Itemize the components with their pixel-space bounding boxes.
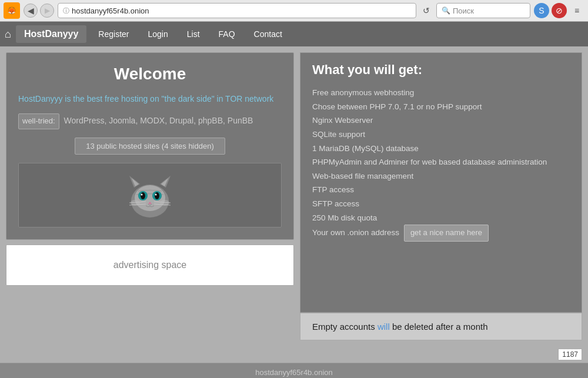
browser-toolbar: 🦊 ◀ ▶ ⓘ hostdanyyf65r4b.onion ↺ 🔍 Поиск … [0,0,588,21]
nav-login[interactable]: Login [139,24,178,45]
svg-point-19 [131,200,140,206]
advertising-space: advertising space [6,245,294,286]
feature-sftp: SFTP access [312,197,570,211]
will-highlight: will [377,322,390,332]
feature-list: Free anonymous webhosting Chose between … [312,86,570,242]
nav-contact[interactable]: Contact [245,24,292,45]
feature-phpmyadmin: PHPMyAdmin and Adminer for web based dat… [312,155,570,169]
ad-text: advertising space [113,260,187,270]
left-panel: Welcome HostDanyyy is the best free host… [6,52,294,340]
main-content: Welcome HostDanyyy is the best free host… [0,46,588,346]
svg-text:🦊: 🦊 [8,6,16,15]
block-icon[interactable]: ⊘ [552,3,567,18]
nav-buttons: ◀ ▶ [24,4,54,18]
empty-accounts-text: Empty accounts will be deleted after a m… [312,322,488,332]
site-navbar: ⌂ HostDanyyy Register Login List FAQ Con… [0,22,588,46]
cat-image-box [18,163,282,228]
forward-button[interactable]: ▶ [40,4,54,18]
feature-ftp: FTP access [312,183,570,197]
svg-point-10 [141,192,145,199]
well-tried-row: well-tried: WordPress, Joomla, MODX, Dru… [18,113,282,129]
hamburger-menu[interactable]: ≡ [569,3,584,18]
nav-links: Register Login List FAQ Contact [89,24,291,45]
welcome-box: Welcome HostDanyyy is the best free host… [6,52,294,240]
search-bar[interactable]: 🔍 Поиск [436,3,530,18]
hosted-sites-button[interactable]: 13 public hosted sites (4 sites hidden) [75,138,225,155]
nav-list[interactable]: List [178,24,209,45]
counter-row: 1187 [0,346,588,363]
search-placeholder: Поиск [453,6,474,15]
visit-counter: 1187 [558,349,582,360]
feature-filemanagement: Web-based file management [312,169,570,183]
nav-faq[interactable]: FAQ [209,24,245,45]
svg-point-12 [141,193,143,195]
toolbar-icons: S ⊘ ≡ [534,3,584,18]
nav-register[interactable]: Register [89,24,138,45]
svg-point-11 [155,192,159,199]
welcome-title: Welcome [18,65,282,83]
home-icon[interactable]: ⌂ [5,28,11,41]
feature-mariadb: 1 MariaDB (MySQL) database [312,142,570,156]
browser-chrome: 🦊 ◀ ▶ ⓘ hostdanyyf65r4b.onion ↺ 🔍 Поиск … [0,0,588,22]
firefox-menu[interactable]: 🦊 [4,2,20,19]
feature-php: Chose between PHP 7.0, 7.1 or no PHP sup… [312,100,570,114]
skype-icon[interactable]: S [534,3,549,18]
refresh-button[interactable]: ↺ [420,4,433,17]
svg-point-13 [155,193,157,195]
lock-icon: ⓘ [63,6,69,15]
feature-sqlite: SQLite support [312,128,570,142]
feature-nginx: Nginx Webserver [312,113,570,128]
get-name-button[interactable]: get a nice name here [404,225,489,242]
address-bar[interactable]: ⓘ hostdanyyf65r4b.onion [58,3,416,18]
empty-accounts-box: Empty accounts will be deleted after a m… [300,313,582,340]
what-title: What you will get: [312,62,570,78]
feature-webhosting: Free anonymous webhosting [312,86,570,100]
feature-disk: 250 Mb disk quota [312,211,570,225]
back-button[interactable]: ◀ [24,4,38,18]
site-title[interactable]: HostDanyyy [16,25,86,43]
page-footer: hostdanyyf65r4b.onion [0,363,588,378]
right-panel: What you will get: Free anonymous webhos… [300,52,582,340]
search-icon: 🔍 [442,6,450,15]
feature-onion: Your own .onion address get a nice name … [312,225,570,242]
what-you-get-box: What you will get: Free anonymous webhos… [300,52,582,313]
url-text: hostdanyyf65r4b.onion [72,6,149,15]
svg-point-20 [160,200,169,206]
well-tried-badge: well-tried: [18,113,59,129]
well-tried-items: WordPress, Joomla, MODX, Drupal, phpBB, … [64,116,253,125]
cat-image [123,169,176,222]
footer-url: hostdanyyf65r4b.onion [255,368,333,377]
welcome-description: HostDanyyy is the best free hosting on "… [18,93,282,105]
